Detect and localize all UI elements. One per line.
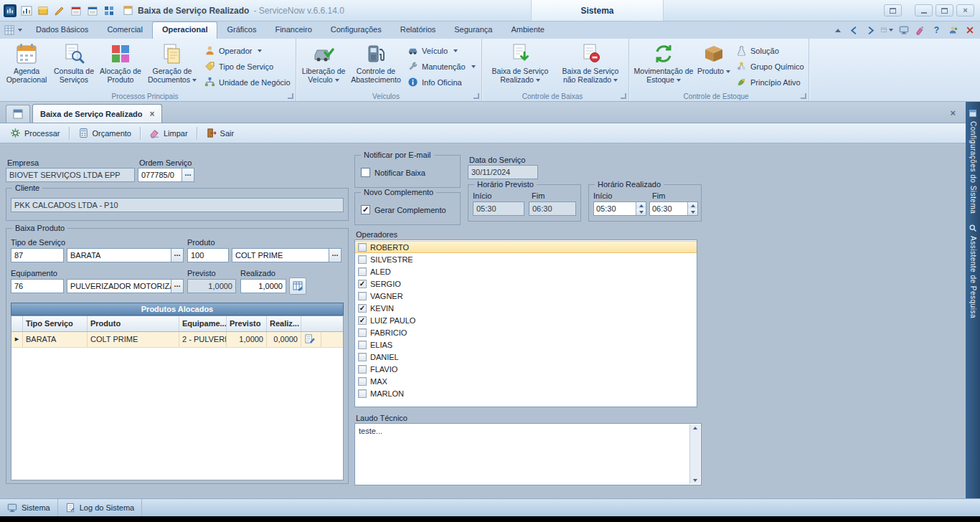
tab-ambiente[interactable]: Ambiente: [501, 22, 553, 39]
tipo-servico-lookup-button[interactable]: ...: [171, 248, 184, 262]
calendar-red-shortcut-icon[interactable]: [70, 4, 83, 17]
add-user-icon[interactable]: [947, 24, 959, 37]
collapse-ribbon-icon[interactable]: [831, 24, 844, 37]
cliente-field[interactable]: PKK CALCADOS LTDA - P10: [11, 198, 344, 212]
principio-ativo-button[interactable]: Princípio Ativo: [736, 76, 805, 88]
manutencao-button[interactable]: Manutenção: [407, 60, 478, 72]
hr-inicio-field[interactable]: 05:30: [593, 201, 646, 216]
operator-list-item[interactable]: VAGNER: [355, 290, 697, 302]
operator-list-item[interactable]: FLAVIO: [355, 363, 697, 375]
dialog-launcher-icon[interactable]: [621, 93, 626, 99]
movimentacao-estoque-button[interactable]: Movimentação de Estoque: [633, 41, 694, 90]
consulta-servicos-button[interactable]: Consulta de Serviços: [51, 41, 97, 90]
operator-checkbox[interactable]: ✓: [358, 280, 367, 288]
spin-down-icon[interactable]: [688, 209, 697, 215]
operator-list-item[interactable]: ELIAS: [355, 338, 697, 351]
alocacao-produto-button[interactable]: Alocação de Produto: [98, 41, 143, 90]
col-previsto[interactable]: Previsto: [227, 316, 267, 331]
laudo-scrollbar[interactable]: [689, 424, 700, 484]
help-icon[interactable]: ?: [930, 24, 943, 37]
operator-checkbox[interactable]: [358, 341, 367, 349]
realizado-field[interactable]: 1,0000: [240, 279, 286, 293]
sair-button[interactable]: Sair: [200, 125, 240, 141]
tab-baixa-servico-realizado[interactable]: Baixa de Serviço Realizado ×: [32, 104, 162, 123]
orcamento-button[interactable]: Orçamento: [72, 125, 137, 141]
grid-shortcut-icon[interactable]: [103, 4, 116, 17]
ordem-servico-field[interactable]: 077785/0: [138, 168, 182, 182]
tab-operacional[interactable]: Operacional: [152, 22, 218, 39]
calendar-blue-shortcut-icon[interactable]: [86, 4, 99, 17]
theme-brush-icon[interactable]: [914, 24, 926, 37]
equipamento-lookup-button[interactable]: ...: [171, 279, 184, 293]
monitor-icon[interactable]: [897, 24, 910, 37]
notificar-baixa-checkbox[interactable]: [361, 168, 370, 177]
dialog-launcher-icon[interactable]: [288, 93, 293, 99]
package-shortcut-icon[interactable]: [37, 4, 50, 17]
operator-list-item[interactable]: SILVESTRE: [355, 253, 697, 265]
operator-checkbox[interactable]: [358, 365, 367, 374]
col-equipamento[interactable]: Equipame...: [179, 316, 227, 331]
tabstrip-close-button[interactable]: ×: [950, 108, 956, 118]
baixa-nao-realizado-button[interactable]: Baixa de Serviço não Realizado: [556, 41, 625, 90]
controle-abastecimento-button[interactable]: Controle de Abastecimento: [349, 41, 403, 90]
produto-name-field[interactable]: COLT PRIME: [232, 248, 329, 262]
chart-shortcut-icon[interactable]: [20, 4, 33, 17]
cell-edit-button[interactable]: [301, 332, 321, 347]
equipamento-name-field[interactable]: PULVERIZADOR MOTORIZAI...: [67, 279, 171, 293]
minimize-button[interactable]: [915, 4, 933, 16]
operator-checkbox[interactable]: [358, 389, 367, 398]
processar-button[interactable]: Processar: [4, 125, 66, 141]
operadores-listbox[interactable]: ROBERTO SILVESTRE ALED ✓SERGIO VAGNER ✓K…: [354, 239, 697, 407]
operator-checkbox[interactable]: ✓: [358, 304, 367, 313]
ordem-servico-lookup-button[interactable]: ...: [182, 168, 194, 182]
app-menu-button[interactable]: [0, 22, 27, 39]
liberacao-veiculo-button[interactable]: Liberação de Veículo: [300, 41, 347, 90]
operador-button[interactable]: Operador: [204, 44, 292, 57]
solucao-button[interactable]: Solução: [736, 44, 805, 57]
tab-relatorios[interactable]: Relatórios: [391, 22, 446, 39]
close-session-icon[interactable]: [963, 24, 976, 37]
operator-list-item[interactable]: ✓LUIZ PAULO: [355, 314, 697, 326]
tipo-servico-code-field[interactable]: 87: [11, 248, 64, 262]
scroll-down-icon[interactable]: [693, 479, 697, 482]
operator-checkbox[interactable]: [358, 328, 367, 337]
status-sistema[interactable]: Sistema: [0, 499, 58, 516]
status-log-sistema[interactable]: Log do Sistema: [58, 499, 142, 516]
nav-back-icon[interactable]: [848, 24, 860, 37]
system-context-tab[interactable]: Sistema: [531, 0, 664, 21]
operator-checkbox[interactable]: [358, 243, 367, 252]
geracao-documentos-button[interactable]: Geração de Documentos: [144, 41, 200, 90]
tipo-servico-button[interactable]: Tipo de Serviço: [204, 60, 292, 72]
close-button[interactable]: ×: [956, 4, 974, 16]
tab-financeiro[interactable]: Financeiro: [265, 22, 321, 39]
tab-configuracoes[interactable]: Configurações: [321, 22, 391, 39]
col-tipo-servico[interactable]: Tipo Serviço: [23, 316, 88, 331]
tab-seguranca[interactable]: Segurança: [445, 22, 501, 39]
operator-checkbox[interactable]: ✓: [358, 316, 367, 325]
laudo-tecnico-textarea[interactable]: teste...: [354, 423, 702, 485]
tab-dados-basicos[interactable]: Dados Básicos: [27, 22, 98, 39]
col-realizado[interactable]: Realiz...: [267, 316, 301, 331]
operator-checkbox[interactable]: [358, 292, 367, 300]
operator-checkbox[interactable]: [358, 377, 367, 386]
spin-down-icon[interactable]: [636, 209, 646, 215]
view-grid-icon[interactable]: [881, 24, 893, 37]
operator-list-item[interactable]: FABRICIO: [355, 326, 697, 338]
spin-up-icon[interactable]: [688, 202, 697, 209]
grid-data-row[interactable]: ▸ BARATA COLT PRIME 2 - PULVERI... 1,000…: [11, 332, 343, 348]
baixa-realizado-button[interactable]: Baixa de Serviço Realizado: [486, 41, 555, 90]
restore-window-button[interactable]: [884, 4, 902, 16]
col-produto[interactable]: Produto: [88, 316, 179, 331]
tipo-servico-name-field[interactable]: BARATA: [67, 248, 171, 262]
dialog-launcher-icon[interactable]: [801, 93, 806, 99]
realizado-calc-button[interactable]: [289, 277, 306, 295]
operator-checkbox[interactable]: [358, 353, 367, 361]
gerar-complemento-checkbox[interactable]: ✓: [361, 205, 370, 214]
produto-lookup-button[interactable]: ...: [329, 248, 341, 262]
produto-code-field[interactable]: 100: [187, 248, 229, 262]
assistente-pesquisa-side-tab[interactable]: Assistente de Pesquisa: [969, 224, 977, 318]
nav-forward-icon[interactable]: [864, 24, 877, 37]
operator-list-item[interactable]: ROBERTO: [355, 241, 697, 253]
grupo-quimico-button[interactable]: Grupo Químico: [736, 60, 805, 72]
spin-up-icon[interactable]: [636, 202, 646, 209]
